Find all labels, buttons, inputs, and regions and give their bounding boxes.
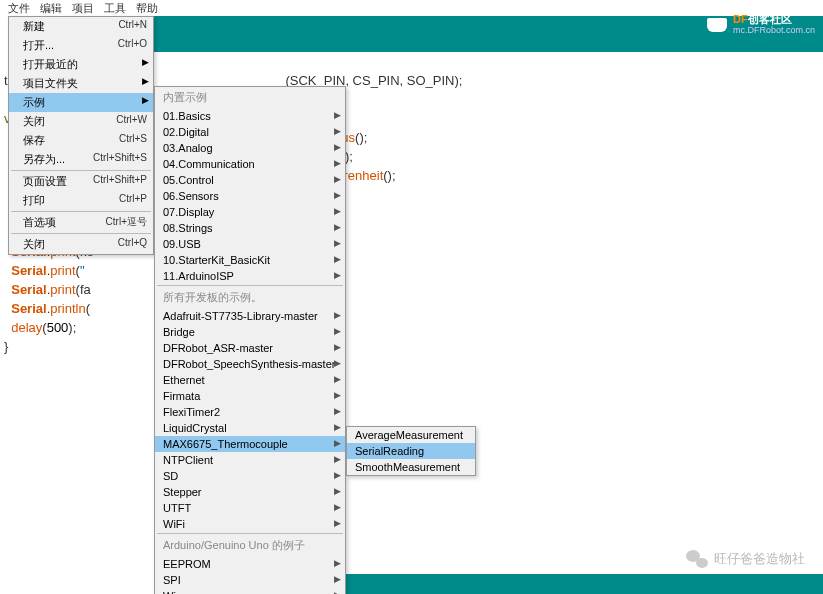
examples-menu-item[interactable]: 07.Display▶ <box>155 204 345 220</box>
file-menu-item[interactable]: 打印Ctrl+P <box>9 191 153 210</box>
robot-icon <box>707 18 727 32</box>
status-band <box>345 574 823 594</box>
menu-sketch[interactable]: 项目 <box>68 1 98 16</box>
examples-submenu: 内置示例01.Basics▶02.Digital▶03.Analog▶04.Co… <box>154 86 346 594</box>
examples-menu-item[interactable]: SD▶ <box>155 468 345 484</box>
site-logo: DF创客社区 mc.DFRobot.com.cn <box>707 14 815 36</box>
menu-tools[interactable]: 工具 <box>100 1 130 16</box>
file-menu-item[interactable]: 示例▶ <box>9 93 153 112</box>
examples-menu-item[interactable]: Wire▶ <box>155 588 345 594</box>
file-menu-item[interactable]: 项目文件夹▶ <box>9 74 153 93</box>
examples-menu-item[interactable]: 06.Sensors▶ <box>155 188 345 204</box>
menu-file[interactable]: 文件 <box>4 1 34 16</box>
examples-menu-item[interactable]: DFRobot_SpeechSynthesis-master▶ <box>155 356 345 372</box>
example-sketch-item[interactable]: SerialReading <box>347 443 475 459</box>
file-dropdown-menu: 新建Ctrl+N打开...Ctrl+O打开最近的▶项目文件夹▶示例▶关闭Ctrl… <box>8 16 154 255</box>
file-menu-item[interactable]: 首选项Ctrl+逗号 <box>9 213 153 232</box>
menu-help[interactable]: 帮助 <box>132 1 162 16</box>
examples-menu-item[interactable]: SPI▶ <box>155 572 345 588</box>
library-examples-submenu: AverageMeasurementSerialReadingSmoothMea… <box>346 426 476 476</box>
file-menu-item[interactable]: 页面设置Ctrl+Shift+P <box>9 172 153 191</box>
examples-menu-item[interactable]: 10.StarterKit_BasicKit▶ <box>155 252 345 268</box>
examples-menu-item[interactable]: 08.Strings▶ <box>155 220 345 236</box>
menu-section-header: Arduino/Genuino Uno 的例子 <box>155 535 345 556</box>
wechat-icon <box>686 550 708 568</box>
example-sketch-item[interactable]: SmoothMeasurement <box>347 459 475 475</box>
examples-menu-item[interactable]: Firmata▶ <box>155 388 345 404</box>
examples-menu-item[interactable]: Adafruit-ST7735-Library-master▶ <box>155 308 345 324</box>
file-menu-item[interactable]: 关闭Ctrl+Q <box>9 235 153 254</box>
examples-menu-item[interactable]: DFRobot_ASR-master▶ <box>155 340 345 356</box>
examples-menu-item[interactable]: FlexiTimer2▶ <box>155 404 345 420</box>
file-menu-item[interactable]: 打开最近的▶ <box>9 55 153 74</box>
examples-menu-item[interactable]: 05.Control▶ <box>155 172 345 188</box>
file-menu-item[interactable]: 另存为...Ctrl+Shift+S <box>9 150 153 169</box>
watermark: 旺仔爸爸造物社 <box>686 550 805 568</box>
file-menu-item[interactable]: 新建Ctrl+N <box>9 17 153 36</box>
file-menu-item[interactable]: 打开...Ctrl+O <box>9 36 153 55</box>
menubar: 文件 编辑 项目 工具 帮助 <box>0 0 823 16</box>
examples-menu-item[interactable]: Bridge▶ <box>155 324 345 340</box>
menu-section-header: 内置示例 <box>155 87 345 108</box>
example-sketch-item[interactable]: AverageMeasurement <box>347 427 475 443</box>
menu-edit[interactable]: 编辑 <box>36 1 66 16</box>
examples-menu-item[interactable]: UTFT▶ <box>155 500 345 516</box>
examples-menu-item[interactable]: 11.ArduinoISP▶ <box>155 268 345 284</box>
menu-section-header: 所有开发板的示例。 <box>155 287 345 308</box>
examples-menu-item[interactable]: NTPClient▶ <box>155 452 345 468</box>
examples-menu-item[interactable]: 02.Digital▶ <box>155 124 345 140</box>
examples-menu-item[interactable]: EEPROM▶ <box>155 556 345 572</box>
examples-menu-item[interactable]: MAX6675_Thermocouple▶ <box>155 436 345 452</box>
examples-menu-item[interactable]: 01.Basics▶ <box>155 108 345 124</box>
examples-menu-item[interactable]: Stepper▶ <box>155 484 345 500</box>
examples-menu-item[interactable]: 04.Communication▶ <box>155 156 345 172</box>
file-menu-item[interactable]: 保存Ctrl+S <box>9 131 153 150</box>
file-menu-item[interactable]: 关闭Ctrl+W <box>9 112 153 131</box>
examples-menu-item[interactable]: Ethernet▶ <box>155 372 345 388</box>
examples-menu-item[interactable]: 03.Analog▶ <box>155 140 345 156</box>
examples-menu-item[interactable]: LiquidCrystal▶ <box>155 420 345 436</box>
examples-menu-item[interactable]: WiFi▶ <box>155 516 345 532</box>
examples-menu-item[interactable]: 09.USB▶ <box>155 236 345 252</box>
